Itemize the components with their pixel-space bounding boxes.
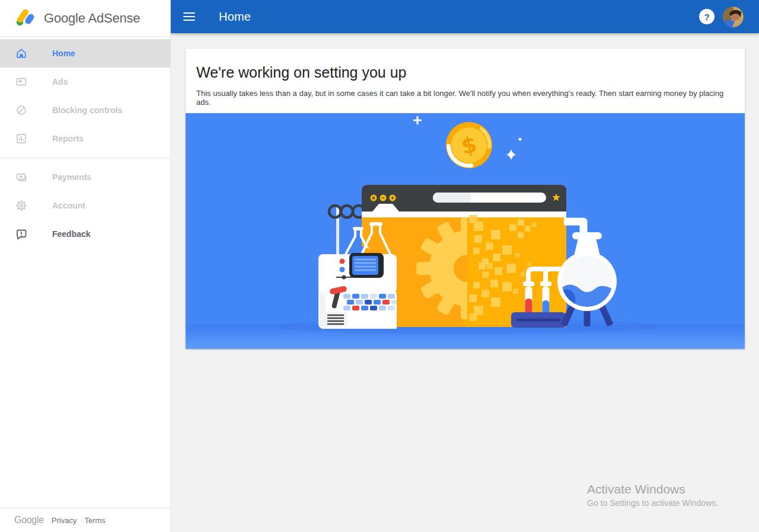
- lab-setup-illustration: $: [186, 113, 745, 349]
- account-settings-gear-icon: [15, 200, 27, 211]
- ads-icon: [15, 76, 27, 88]
- sidebar-item-home[interactable]: Home: [0, 39, 170, 68]
- sidebar: Google AdSense Home Ads: [0, 0, 171, 532]
- topbar-actions: ?: [699, 7, 759, 27]
- google-footer-brand: Google: [14, 515, 44, 525]
- sidebar-item-account[interactable]: Account: [0, 191, 170, 220]
- sidebar-item-label: Home: [52, 49, 75, 58]
- adsense-logo-icon: [14, 6, 37, 31]
- sidebar-item-label: Account: [52, 201, 85, 210]
- privacy-link[interactable]: Privacy: [52, 516, 77, 525]
- sidebar-item-feedback[interactable]: Feedback: [0, 220, 170, 248]
- payments-icon: [15, 171, 27, 183]
- terms-link[interactable]: Terms: [84, 516, 105, 525]
- help-icon[interactable]: ?: [699, 9, 715, 24]
- watermark-subtitle: Go to Settings to activate Windows.: [587, 498, 718, 508]
- sidebar-item-label: Blocking controls: [52, 105, 122, 115]
- menu-icon[interactable]: [183, 12, 195, 21]
- topbar: Home ?: [171, 0, 759, 33]
- page-title: Home: [219, 10, 251, 24]
- user-avatar[interactable]: [723, 7, 744, 27]
- adsense-logo[interactable]: Google AdSense: [0, 0, 170, 37]
- sidebar-item-label: Reports: [52, 134, 84, 143]
- sidebar-footer: Google Privacy Terms: [0, 508, 170, 532]
- brand-name: Google AdSense: [44, 11, 140, 26]
- sidebar-nav: Home Ads Blocking controls: [0, 39, 170, 248]
- card-heading: We're working on setting you up: [196, 64, 733, 81]
- reports-icon: [15, 133, 27, 145]
- sidebar-item-label: Payments: [52, 172, 91, 182]
- sidebar-item-reports[interactable]: Reports: [0, 124, 170, 153]
- sidebar-item-payments[interactable]: Payments: [0, 163, 170, 191]
- sidebar-item-label: Feedback: [52, 229, 91, 239]
- sidebar-item-ads[interactable]: Ads: [0, 68, 170, 96]
- card-text: We're working on setting you up This usu…: [186, 49, 745, 113]
- feedback-icon: [15, 228, 27, 240]
- sidebar-item-blocking-controls[interactable]: Blocking controls: [0, 96, 170, 124]
- card-body-text: This usually takes less than a day, but …: [196, 89, 733, 107]
- blocking-controls-icon: [15, 104, 27, 116]
- setup-status-card: We're working on setting you up This usu…: [186, 49, 745, 349]
- home-icon: [15, 47, 27, 59]
- activate-windows-watermark: Activate Windows Go to Settings to activ…: [587, 482, 718, 508]
- watermark-title: Activate Windows: [587, 482, 718, 496]
- sidebar-item-label: Ads: [52, 77, 68, 86]
- sidebar-divider: [0, 158, 170, 158]
